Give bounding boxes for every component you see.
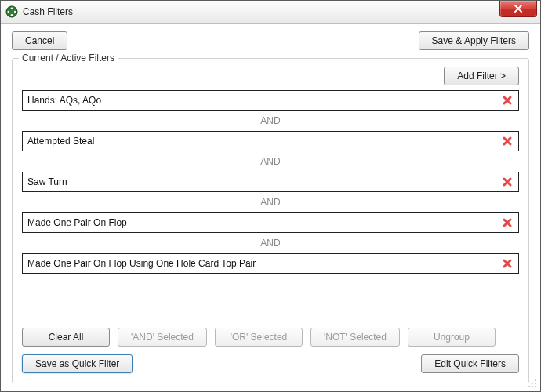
clear-all-button[interactable]: Clear All — [22, 328, 110, 347]
filter-connector: AND — [22, 151, 519, 172]
svg-point-10 — [528, 386, 530, 387]
filter-label: Made One Pair On Flop — [27, 217, 127, 228]
filter-connector: AND — [22, 192, 519, 212]
remove-filter-icon[interactable] — [501, 94, 514, 107]
filter-connector: AND — [22, 233, 519, 253]
ungroup-button[interactable]: Ungroup — [408, 328, 496, 347]
close-button[interactable] — [499, 1, 537, 17]
group-legend: Current / Active Filters — [19, 53, 118, 64]
filter-item[interactable]: Made One Pair On Flop Using One Hole Car… — [22, 253, 519, 274]
filter-label: Saw Turn — [27, 176, 67, 187]
filter-connector: AND — [22, 111, 519, 131]
remove-filter-icon[interactable] — [501, 176, 514, 188]
remove-filter-icon[interactable] — [501, 216, 514, 229]
remove-filter-icon[interactable] — [501, 257, 514, 270]
svg-point-9 — [532, 386, 533, 387]
filter-label: Attempted Steal — [27, 136, 94, 147]
quick-filter-row: Save as Quick Filter Edit Quick Filters — [22, 354, 519, 373]
active-filters-group: Current / Active Filters Add Filter > Ha… — [12, 58, 529, 383]
and-selected-button[interactable]: 'AND' Selected — [118, 328, 207, 347]
svg-point-4 — [11, 14, 13, 16]
top-button-row: Cancel Save & Apply Filters — [12, 31, 529, 50]
filters-list: Hands: AQs, AQoANDAttempted StealANDSaw … — [22, 90, 519, 320]
spacer — [140, 354, 413, 373]
svg-point-1 — [11, 8, 13, 10]
save-quick-filter-button[interactable]: Save as Quick Filter — [22, 354, 133, 373]
svg-point-5 — [535, 379, 536, 381]
app-icon — [5, 5, 18, 18]
add-filter-button[interactable]: Add Filter > — [444, 67, 519, 85]
svg-point-7 — [532, 383, 533, 384]
save-apply-button[interactable]: Save & Apply Filters — [419, 31, 529, 50]
selection-ops-row: Clear All 'AND' Selected 'OR' Selected '… — [22, 328, 519, 347]
filter-item[interactable]: Made One Pair On Flop — [22, 212, 519, 233]
titlebar: Cash Filters — [1, 1, 540, 24]
svg-point-6 — [535, 383, 536, 384]
window-title: Cash Filters — [23, 6, 73, 17]
cancel-button[interactable]: Cancel — [12, 31, 67, 50]
filter-item[interactable]: Hands: AQs, AQo — [22, 90, 519, 111]
add-filter-row: Add Filter > — [22, 67, 519, 85]
svg-point-8 — [535, 386, 536, 387]
svg-point-3 — [14, 11, 16, 13]
filter-item[interactable]: Attempted Steal — [22, 131, 519, 151]
filter-label: Hands: AQs, AQo — [27, 95, 101, 106]
filter-label: Made One Pair On Flop Using One Hole Car… — [27, 258, 256, 269]
remove-filter-icon[interactable] — [501, 135, 514, 147]
filter-item[interactable]: Saw Turn — [22, 172, 519, 192]
or-selected-button[interactable]: 'OR' Selected — [215, 328, 303, 347]
client-area: Cancel Save & Apply Filters Current / Ac… — [1, 24, 540, 391]
not-selected-button[interactable]: 'NOT' Selected — [310, 328, 400, 347]
window: Cash Filters Cancel Save & Apply Filters… — [0, 0, 541, 392]
svg-point-2 — [8, 11, 10, 13]
edit-quick-filters-button[interactable]: Edit Quick Filters — [421, 354, 519, 373]
resize-grip[interactable] — [528, 379, 537, 388]
